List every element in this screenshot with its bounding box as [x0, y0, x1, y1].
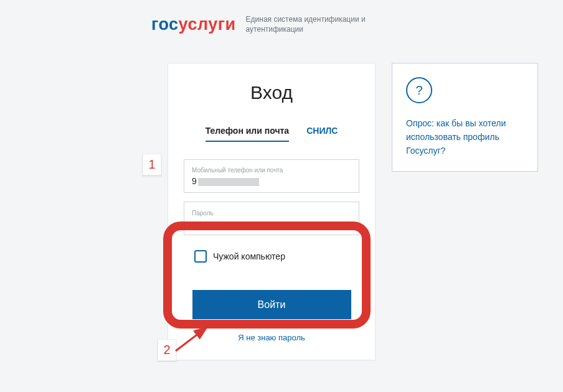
checkbox-label: Чужой компьютер: [213, 251, 285, 261]
login-field-label: Мобильный телефон или почта: [192, 167, 351, 174]
logo-part-1: гос: [151, 15, 179, 34]
tagline: Единая система идентификации и аутентифи…: [246, 14, 395, 34]
logo-part-2: услуги: [179, 15, 236, 34]
checkbox-icon[interactable]: [194, 250, 207, 263]
logo: гос услуги: [151, 15, 236, 34]
annotation-step-2: 2: [158, 339, 176, 361]
header: гос услуги Единая система идентификации …: [0, 0, 563, 34]
login-button[interactable]: Войти: [192, 290, 351, 319]
poll-text: Опрос: как бы вы хотели использовать про…: [406, 117, 525, 157]
forgot-password-link[interactable]: Я не знаю пароль: [168, 333, 375, 342]
question-icon: ?: [406, 77, 432, 103]
redacted-text: [198, 178, 259, 186]
password-field[interactable]: Пароль ••••••••••: [184, 202, 359, 235]
login-card: Вход Телефон или почта СНИЛС Мобильный т…: [168, 63, 376, 360]
foreign-computer-row[interactable]: Чужой компьютер: [194, 250, 375, 263]
login-field[interactable]: Мобильный телефон или почта 9: [184, 159, 359, 193]
login-title: Вход: [168, 82, 375, 103]
tab-snils[interactable]: СНИЛС: [306, 126, 338, 142]
login-field-value: 9: [192, 176, 351, 186]
password-field-value: ••••••••••: [192, 219, 351, 228]
tab-phone-mail[interactable]: Телефон или почта: [206, 126, 290, 142]
password-field-label: Пароль: [192, 210, 351, 217]
poll-card[interactable]: ? Опрос: как бы вы хотели использовать п…: [392, 63, 538, 172]
annotation-step-1: 1: [143, 154, 161, 175]
login-tabs: Телефон или почта СНИЛС: [168, 126, 375, 142]
